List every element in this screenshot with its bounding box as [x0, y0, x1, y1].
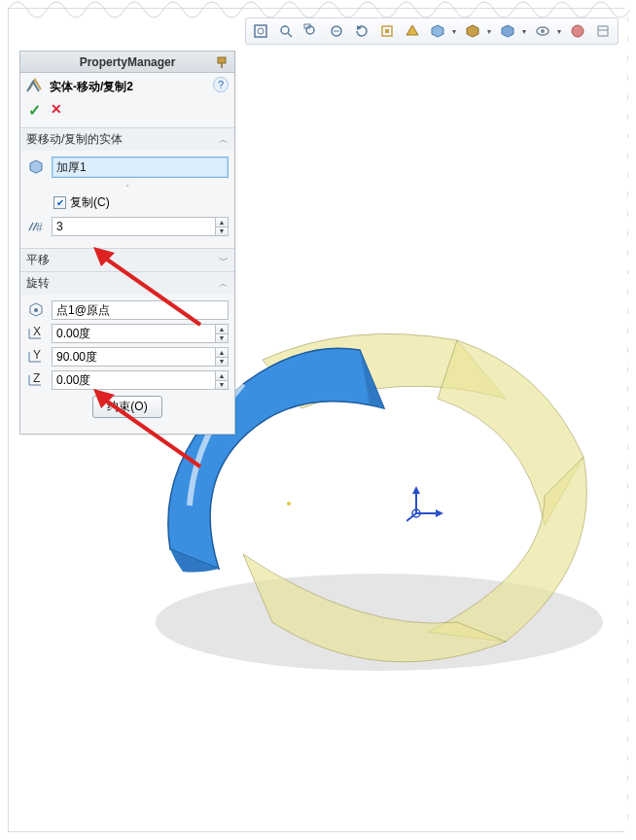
ok-button[interactable]: ✓ — [28, 101, 41, 120]
resize-handle-icon[interactable]: ◦ — [26, 180, 229, 191]
svg-point-10 — [281, 26, 289, 34]
svg-marker-3 — [412, 486, 420, 494]
spin-down-icon[interactable]: ▼ — [215, 357, 229, 368]
spin-down-icon[interactable]: ▼ — [215, 227, 229, 237]
section-view-icon[interactable] — [402, 20, 423, 42]
dropdown-icon[interactable]: ▾ — [520, 27, 528, 36]
rotate-y-field[interactable] — [52, 347, 215, 367]
body-icon — [26, 158, 46, 176]
svg-rect-22 — [598, 26, 608, 36]
rotate-reference-icon — [26, 301, 46, 319]
constrain-button-label: 约束(O) — [107, 400, 147, 413]
hide-show-icon[interactable] — [497, 20, 518, 42]
chevron-up-icon: ︿ — [219, 133, 229, 147]
eye-icon[interactable] — [532, 20, 553, 42]
settings-icon[interactable] — [592, 20, 614, 42]
selected-body: 加厚1 — [56, 159, 87, 176]
rotate-x-field[interactable] — [52, 324, 215, 343]
chevron-down-icon: ﹀ — [219, 254, 229, 267]
constrain-button[interactable]: 约束(O) — [92, 396, 161, 418]
zoom-in-out-icon[interactable] — [326, 20, 347, 42]
spin-up-icon[interactable]: ▲ — [215, 324, 229, 333]
copy-count-input[interactable]: ▲▼ — [52, 217, 229, 236]
instance-count-icon: # — [26, 220, 46, 233]
svg-point-27 — [34, 308, 38, 312]
property-manager-panel: PropertyManager 实体-移动/复制2 ? ✓ ✕ 要移动/复制的实… — [19, 51, 235, 435]
svg-rect-8 — [255, 25, 266, 37]
feature-name: 实体-移动/复制2 — [50, 79, 133, 95]
svg-point-9 — [258, 28, 264, 34]
svg-rect-47 — [0, 0, 12, 840]
svg-rect-18 — [385, 29, 389, 33]
bodies-selection-box[interactable]: 加厚1 — [52, 157, 229, 178]
rotate-y-input[interactable]: ▲▼ — [52, 347, 229, 367]
svg-rect-48 — [624, 0, 636, 840]
svg-marker-5 — [436, 509, 443, 517]
rotate-x-input[interactable]: ▲▼ — [52, 324, 229, 343]
spin-down-icon[interactable]: ▼ — [215, 333, 229, 344]
svg-text:Z: Z — [33, 373, 40, 385]
section-translate-title: 平移 — [26, 252, 50, 268]
spin-up-icon[interactable]: ▲ — [215, 347, 229, 357]
zoom-window-icon[interactable] — [300, 20, 322, 42]
section-rotate-title: 旋转 — [26, 275, 50, 292]
spin-up-icon[interactable]: ▲ — [215, 217, 229, 227]
copy-count-field[interactable] — [52, 217, 215, 236]
appearance-icon[interactable] — [567, 20, 588, 42]
spin-up-icon[interactable]: ▲ — [215, 370, 229, 380]
display-style-icon[interactable] — [462, 20, 483, 42]
chevron-up-icon: ︿ — [219, 277, 229, 291]
svg-point-1 — [287, 502, 291, 506]
svg-text:#: # — [36, 221, 43, 233]
view-orientation-icon[interactable] — [427, 20, 448, 42]
cancel-button[interactable]: ✕ — [51, 101, 62, 120]
feature-name-row: 实体-移动/复制2 ? — [20, 73, 234, 101]
section-rotate-header[interactable]: 旋转 ︿ — [20, 271, 234, 295]
pushpin-icon[interactable] — [213, 53, 230, 71]
origin-triad-icon — [406, 484, 445, 523]
svg-line-11 — [288, 33, 292, 37]
dropdown-icon[interactable]: ▾ — [450, 27, 458, 36]
rotate-reference-value: 点1@原点 — [56, 302, 110, 319]
help-icon[interactable]: ? — [213, 77, 229, 92]
rotate-z-field[interactable] — [52, 370, 215, 390]
svg-point-0 — [156, 574, 603, 671]
svg-rect-45 — [0, 0, 636, 12]
dropdown-icon[interactable]: ▾ — [555, 27, 563, 36]
pm-title-bar: PropertyManager — [20, 52, 234, 73]
rotate-z-input[interactable]: ▲▼ — [52, 370, 229, 390]
svg-text:X: X — [33, 327, 41, 338]
pan-icon[interactable] — [376, 20, 398, 42]
move-copy-body-icon — [26, 77, 44, 97]
heads-up-toolbar: ▾ ▾ ▾ ▾ — [245, 18, 618, 45]
spin-down-icon[interactable]: ▼ — [215, 380, 229, 391]
svg-rect-46 — [0, 828, 636, 840]
zoom-area-icon[interactable] — [275, 20, 297, 42]
section-bodies-header[interactable]: 要移动/复制的实体 ︿ — [20, 127, 234, 151]
copy-checkbox[interactable]: ✔ — [53, 196, 66, 209]
svg-point-21 — [572, 25, 583, 37]
rotate-reference-input[interactable]: 点1@原点 — [52, 300, 229, 320]
section-bodies-title: 要移动/复制的实体 — [26, 131, 123, 148]
rotate-y-icon: Y — [26, 350, 46, 364]
rotate-view-icon[interactable] — [351, 20, 372, 42]
pm-title: PropertyManager — [80, 55, 176, 69]
dropdown-icon[interactable]: ▾ — [485, 27, 493, 36]
rotate-z-icon: Z — [26, 373, 46, 387]
copy-label: 复制(C) — [70, 194, 110, 211]
svg-point-20 — [541, 29, 545, 33]
section-translate-header[interactable]: 平移 ﹀ — [20, 248, 234, 271]
rotate-x-icon: X — [26, 327, 46, 340]
zoom-to-fit-icon[interactable] — [250, 20, 271, 42]
svg-text:Y: Y — [33, 350, 41, 362]
svg-rect-24 — [218, 57, 226, 63]
